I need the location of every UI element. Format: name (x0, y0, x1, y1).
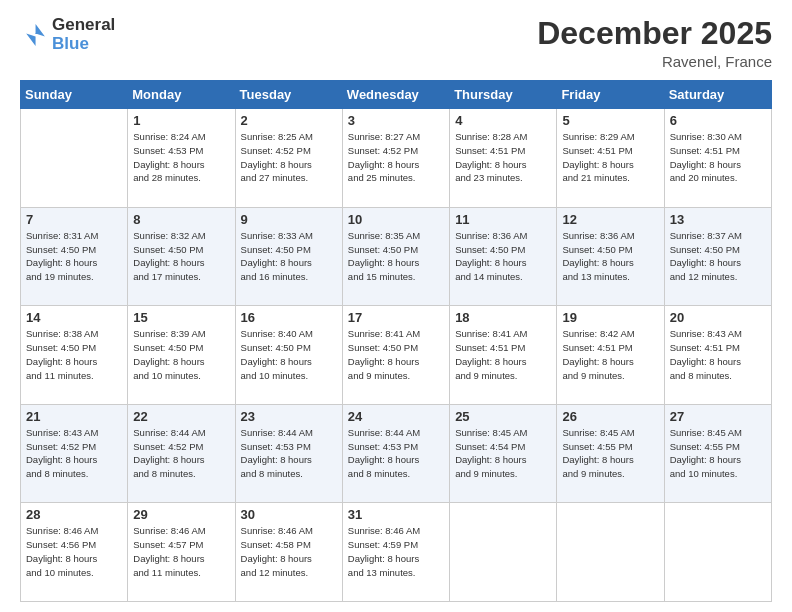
weekday-header: Saturday (664, 81, 771, 109)
calendar-cell: 28Sunrise: 8:46 AM Sunset: 4:56 PM Dayli… (21, 503, 128, 602)
day-number: 31 (348, 507, 444, 522)
weekday-header: Thursday (450, 81, 557, 109)
day-number: 7 (26, 212, 122, 227)
weekday-header-row: SundayMondayTuesdayWednesdayThursdayFrid… (21, 81, 772, 109)
calendar-cell: 7Sunrise: 8:31 AM Sunset: 4:50 PM Daylig… (21, 207, 128, 306)
day-info: Sunrise: 8:46 AM Sunset: 4:57 PM Dayligh… (133, 524, 229, 579)
logo-text: General Blue (52, 16, 115, 53)
calendar-week-row: 21Sunrise: 8:43 AM Sunset: 4:52 PM Dayli… (21, 404, 772, 503)
calendar-week-row: 7Sunrise: 8:31 AM Sunset: 4:50 PM Daylig… (21, 207, 772, 306)
calendar-cell: 15Sunrise: 8:39 AM Sunset: 4:50 PM Dayli… (128, 306, 235, 405)
day-info: Sunrise: 8:45 AM Sunset: 4:55 PM Dayligh… (670, 426, 766, 481)
day-info: Sunrise: 8:45 AM Sunset: 4:55 PM Dayligh… (562, 426, 658, 481)
day-info: Sunrise: 8:33 AM Sunset: 4:50 PM Dayligh… (241, 229, 337, 284)
logo-icon (20, 21, 48, 49)
calendar-cell: 9Sunrise: 8:33 AM Sunset: 4:50 PM Daylig… (235, 207, 342, 306)
day-number: 19 (562, 310, 658, 325)
day-number: 23 (241, 409, 337, 424)
calendar-cell: 12Sunrise: 8:36 AM Sunset: 4:50 PM Dayli… (557, 207, 664, 306)
calendar-cell: 23Sunrise: 8:44 AM Sunset: 4:53 PM Dayli… (235, 404, 342, 503)
day-info: Sunrise: 8:25 AM Sunset: 4:52 PM Dayligh… (241, 130, 337, 185)
day-info: Sunrise: 8:35 AM Sunset: 4:50 PM Dayligh… (348, 229, 444, 284)
calendar-cell: 8Sunrise: 8:32 AM Sunset: 4:50 PM Daylig… (128, 207, 235, 306)
day-info: Sunrise: 8:29 AM Sunset: 4:51 PM Dayligh… (562, 130, 658, 185)
day-info: Sunrise: 8:43 AM Sunset: 4:52 PM Dayligh… (26, 426, 122, 481)
calendar-cell: 22Sunrise: 8:44 AM Sunset: 4:52 PM Dayli… (128, 404, 235, 503)
calendar-cell: 17Sunrise: 8:41 AM Sunset: 4:50 PM Dayli… (342, 306, 449, 405)
day-number: 1 (133, 113, 229, 128)
day-number: 4 (455, 113, 551, 128)
calendar-cell: 21Sunrise: 8:43 AM Sunset: 4:52 PM Dayli… (21, 404, 128, 503)
day-number: 2 (241, 113, 337, 128)
day-number: 18 (455, 310, 551, 325)
day-info: Sunrise: 8:36 AM Sunset: 4:50 PM Dayligh… (455, 229, 551, 284)
day-number: 13 (670, 212, 766, 227)
day-info: Sunrise: 8:38 AM Sunset: 4:50 PM Dayligh… (26, 327, 122, 382)
day-number: 3 (348, 113, 444, 128)
day-info: Sunrise: 8:44 AM Sunset: 4:53 PM Dayligh… (241, 426, 337, 481)
day-info: Sunrise: 8:37 AM Sunset: 4:50 PM Dayligh… (670, 229, 766, 284)
day-info: Sunrise: 8:28 AM Sunset: 4:51 PM Dayligh… (455, 130, 551, 185)
day-info: Sunrise: 8:41 AM Sunset: 4:50 PM Dayligh… (348, 327, 444, 382)
calendar-table: SundayMondayTuesdayWednesdayThursdayFrid… (20, 80, 772, 602)
day-info: Sunrise: 8:27 AM Sunset: 4:52 PM Dayligh… (348, 130, 444, 185)
weekday-header: Friday (557, 81, 664, 109)
day-number: 17 (348, 310, 444, 325)
calendar-cell: 18Sunrise: 8:41 AM Sunset: 4:51 PM Dayli… (450, 306, 557, 405)
day-info: Sunrise: 8:30 AM Sunset: 4:51 PM Dayligh… (670, 130, 766, 185)
day-number: 6 (670, 113, 766, 128)
day-number: 8 (133, 212, 229, 227)
calendar-cell: 4Sunrise: 8:28 AM Sunset: 4:51 PM Daylig… (450, 109, 557, 208)
weekday-header: Sunday (21, 81, 128, 109)
day-info: Sunrise: 8:31 AM Sunset: 4:50 PM Dayligh… (26, 229, 122, 284)
calendar-cell (21, 109, 128, 208)
day-number: 21 (26, 409, 122, 424)
day-info: Sunrise: 8:46 AM Sunset: 4:58 PM Dayligh… (241, 524, 337, 579)
calendar-cell: 13Sunrise: 8:37 AM Sunset: 4:50 PM Dayli… (664, 207, 771, 306)
weekday-header: Wednesday (342, 81, 449, 109)
day-info: Sunrise: 8:42 AM Sunset: 4:51 PM Dayligh… (562, 327, 658, 382)
day-number: 24 (348, 409, 444, 424)
day-info: Sunrise: 8:41 AM Sunset: 4:51 PM Dayligh… (455, 327, 551, 382)
day-number: 14 (26, 310, 122, 325)
day-number: 26 (562, 409, 658, 424)
day-number: 28 (26, 507, 122, 522)
calendar-cell: 20Sunrise: 8:43 AM Sunset: 4:51 PM Dayli… (664, 306, 771, 405)
day-number: 16 (241, 310, 337, 325)
day-number: 22 (133, 409, 229, 424)
day-info: Sunrise: 8:24 AM Sunset: 4:53 PM Dayligh… (133, 130, 229, 185)
page: General Blue December 2025 Ravenel, Fran… (0, 0, 792, 612)
day-number: 27 (670, 409, 766, 424)
day-info: Sunrise: 8:44 AM Sunset: 4:52 PM Dayligh… (133, 426, 229, 481)
day-info: Sunrise: 8:44 AM Sunset: 4:53 PM Dayligh… (348, 426, 444, 481)
day-info: Sunrise: 8:39 AM Sunset: 4:50 PM Dayligh… (133, 327, 229, 382)
day-number: 5 (562, 113, 658, 128)
day-number: 29 (133, 507, 229, 522)
logo: General Blue (20, 16, 115, 53)
calendar-cell: 19Sunrise: 8:42 AM Sunset: 4:51 PM Dayli… (557, 306, 664, 405)
calendar-cell: 6Sunrise: 8:30 AM Sunset: 4:51 PM Daylig… (664, 109, 771, 208)
calendar-cell (664, 503, 771, 602)
day-info: Sunrise: 8:36 AM Sunset: 4:50 PM Dayligh… (562, 229, 658, 284)
calendar-cell: 1Sunrise: 8:24 AM Sunset: 4:53 PM Daylig… (128, 109, 235, 208)
day-info: Sunrise: 8:46 AM Sunset: 4:56 PM Dayligh… (26, 524, 122, 579)
title-block: December 2025 Ravenel, France (537, 16, 772, 70)
day-number: 10 (348, 212, 444, 227)
calendar-cell: 31Sunrise: 8:46 AM Sunset: 4:59 PM Dayli… (342, 503, 449, 602)
weekday-header: Tuesday (235, 81, 342, 109)
weekday-header: Monday (128, 81, 235, 109)
day-number: 20 (670, 310, 766, 325)
calendar-cell: 2Sunrise: 8:25 AM Sunset: 4:52 PM Daylig… (235, 109, 342, 208)
day-number: 9 (241, 212, 337, 227)
calendar-cell: 26Sunrise: 8:45 AM Sunset: 4:55 PM Dayli… (557, 404, 664, 503)
calendar-cell: 14Sunrise: 8:38 AM Sunset: 4:50 PM Dayli… (21, 306, 128, 405)
calendar-cell: 25Sunrise: 8:45 AM Sunset: 4:54 PM Dayli… (450, 404, 557, 503)
day-number: 30 (241, 507, 337, 522)
calendar-cell: 16Sunrise: 8:40 AM Sunset: 4:50 PM Dayli… (235, 306, 342, 405)
month-title: December 2025 (537, 16, 772, 51)
day-number: 11 (455, 212, 551, 227)
day-number: 12 (562, 212, 658, 227)
calendar-week-row: 28Sunrise: 8:46 AM Sunset: 4:56 PM Dayli… (21, 503, 772, 602)
day-info: Sunrise: 8:46 AM Sunset: 4:59 PM Dayligh… (348, 524, 444, 579)
calendar-cell: 10Sunrise: 8:35 AM Sunset: 4:50 PM Dayli… (342, 207, 449, 306)
